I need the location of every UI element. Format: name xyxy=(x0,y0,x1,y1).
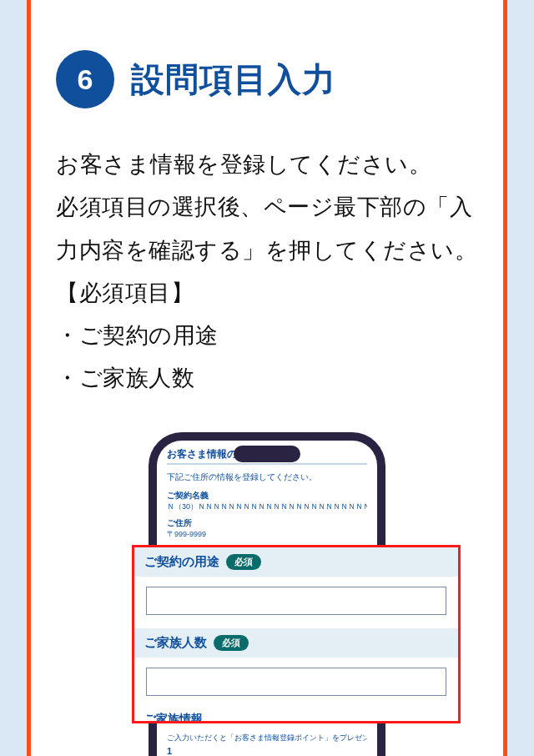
required-badge: 必須 xyxy=(214,635,249,651)
step-number: 6 xyxy=(78,63,93,96)
required-badge: 必須 xyxy=(226,554,261,570)
family-size-section: ご家族人数 必須 xyxy=(134,628,458,709)
step-number-badge: 6 xyxy=(56,50,114,108)
family-size-header: ご家族人数 必須 xyxy=(134,628,458,658)
contract-name-label: ご契約名義 xyxy=(167,490,367,501)
contract-purpose-input[interactable] xyxy=(146,587,446,615)
phone-lower-content: ご入力いただくと「お客さま情報登録ポイント」をプレゼントさせ 1 続柄 xyxy=(157,733,377,756)
divider xyxy=(167,463,367,465)
phone-notch-icon xyxy=(234,446,300,462)
family-size-input[interactable] xyxy=(146,668,446,696)
contract-purpose-label: ご契約の用途 xyxy=(144,554,219,570)
address-label: ご住所 xyxy=(167,517,367,529)
instruction-text: お客さま情報を登録してください。 必須項目の選択後、ページ最下部の「入力内容を確… xyxy=(56,144,478,401)
contract-purpose-body xyxy=(134,577,458,628)
step-title: 設問項目入力 xyxy=(131,57,336,103)
contract-purpose-section: ご契約の用途 必須 xyxy=(134,547,458,628)
instruction-line-2: 必須項目の選択後、ページ最下部の「入力内容を確認する」を押してください。 xyxy=(56,186,478,272)
points-note: ご入力いただくと「お客さま情報登録ポイント」をプレゼントさせ xyxy=(167,733,367,743)
contract-name-value: Ｎ（30）ＮＮＮＮＮＮＮＮＮＮＮＮＮＮＮＮＮＮＮＮＮＮＮ xyxy=(167,501,367,512)
required-heading: 【必須項目】 xyxy=(56,272,478,315)
family-size-body xyxy=(134,658,458,709)
phone-illustration-area: お客さま情報の登録 下記ご住所の情報を登録してください。 ご契約名義 Ｎ（30）… xyxy=(56,432,478,756)
required-bullet-2: ・ご家族人数 xyxy=(56,357,478,400)
required-bullet-1: ・ご契約の用途 xyxy=(56,315,478,357)
family-number: 1 xyxy=(167,746,367,756)
step-card: 6 設問項目入力 お客さま情報を登録してください。 必須項目の選択後、ページ最下… xyxy=(27,0,507,756)
highlighted-required-fields: ご契約の用途 必須 ご家族人数 必須 ご家族情報 xyxy=(132,545,461,723)
screen-sub: 下記ご住所の情報を登録してください。 xyxy=(167,471,367,483)
family-info-truncated-label: ご家族情報 xyxy=(134,709,458,721)
contract-purpose-header: ご契約の用途 必須 xyxy=(134,547,458,577)
step-header: 6 設問項目入力 xyxy=(56,50,478,108)
family-size-label: ご家族人数 xyxy=(144,635,207,651)
address-value: 〒999-9999 xyxy=(167,529,367,540)
instruction-line-1: お客さま情報を登録してください。 xyxy=(56,144,478,186)
